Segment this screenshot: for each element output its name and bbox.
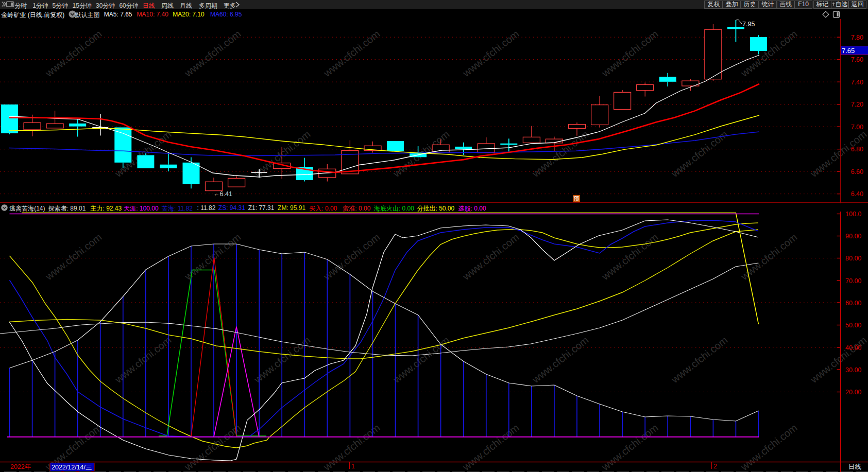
svg-text:100.0: 100.0 bbox=[845, 211, 861, 218]
svg-text:80.00: 80.00 bbox=[845, 255, 861, 262]
svg-text:预: 预 bbox=[573, 196, 580, 202]
svg-text:7.80: 7.80 bbox=[851, 34, 863, 41]
svg-text:90.00: 90.00 bbox=[845, 233, 861, 240]
svg-text:7.95: 7.95 bbox=[742, 21, 755, 28]
svg-text:2022/12/14/三: 2022/12/14/三 bbox=[52, 464, 92, 471]
svg-text:50.00: 50.00 bbox=[845, 322, 861, 329]
svg-text:70.00: 70.00 bbox=[845, 277, 861, 285]
svg-text:7.00: 7.00 bbox=[851, 124, 863, 131]
svg-text:40.00: 40.00 bbox=[845, 344, 861, 352]
svg-text:6.60: 6.60 bbox=[851, 168, 863, 176]
svg-text:30.00: 30.00 bbox=[845, 366, 861, 374]
svg-text:7.65: 7.65 bbox=[842, 47, 855, 55]
svg-text:7.40: 7.40 bbox=[851, 79, 863, 86]
svg-text:2: 2 bbox=[713, 463, 717, 470]
svg-text:7.60: 7.60 bbox=[851, 56, 863, 63]
svg-text:日线: 日线 bbox=[848, 463, 861, 470]
svg-text:20.00: 20.00 bbox=[845, 389, 861, 396]
svg-text:6.40: 6.40 bbox=[851, 190, 863, 198]
svg-text:1: 1 bbox=[351, 463, 355, 470]
svg-text:6.80: 6.80 bbox=[851, 146, 863, 153]
svg-text:←6.41: ←6.41 bbox=[213, 190, 232, 198]
svg-text:2022年: 2022年 bbox=[10, 463, 31, 470]
svg-text:7.20: 7.20 bbox=[851, 101, 863, 108]
svg-text:60.00: 60.00 bbox=[845, 300, 861, 307]
